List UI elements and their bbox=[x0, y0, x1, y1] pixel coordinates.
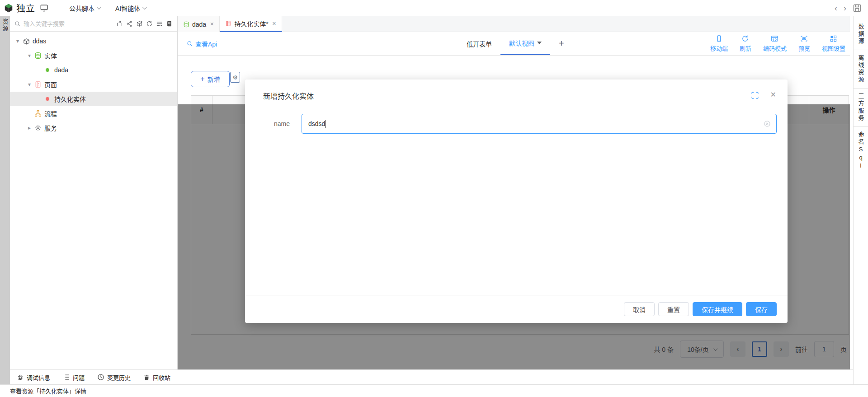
menu-public-scripts[interactable]: 公共脚本 bbox=[69, 4, 100, 13]
plus-icon: + bbox=[200, 75, 204, 83]
view-api-link[interactable]: 查看Api bbox=[187, 32, 217, 55]
save-icon[interactable] bbox=[853, 4, 862, 13]
menu-ai-agent[interactable]: AI智能体 bbox=[115, 4, 146, 13]
top-bar: 独立 公共脚本 AI智能体 ‹ › bbox=[0, 0, 868, 16]
mobile-view-button[interactable]: 移动端 bbox=[710, 35, 728, 52]
chevron-down-icon bbox=[142, 5, 147, 9]
fullscreen-icon[interactable] bbox=[751, 91, 759, 99]
search-input[interactable] bbox=[24, 20, 113, 27]
list-icon bbox=[63, 374, 70, 381]
tree-item-flows[interactable]: 流程 bbox=[10, 106, 177, 121]
caret-down-icon[interactable]: ▾ bbox=[14, 38, 22, 44]
close-icon[interactable]: ✕ bbox=[770, 90, 776, 99]
collapse-list-icon[interactable] bbox=[156, 20, 163, 27]
trash-icon bbox=[143, 374, 150, 381]
low-code-form-label: 低开表单 bbox=[467, 39, 492, 48]
history-forward-icon[interactable]: › bbox=[844, 4, 846, 12]
right-panel: 数据源 离线资源 三方服务 命名Sql bbox=[853, 16, 868, 384]
search-icon bbox=[14, 21, 21, 27]
tab-persistent-entity[interactable]: 持久化实体* ✕ bbox=[220, 16, 282, 32]
add-resource-cube-icon[interactable] bbox=[136, 20, 143, 27]
monitor-icon bbox=[40, 4, 48, 12]
panel-item-offline-resources[interactable]: 离线资源 bbox=[857, 50, 865, 88]
caret-right-icon[interactable]: ▸ bbox=[25, 125, 33, 131]
export-icon[interactable] bbox=[116, 20, 123, 27]
preview-label: 预览 bbox=[798, 44, 810, 52]
tab-default-view[interactable]: 默认视图 bbox=[500, 32, 550, 55]
save-and-continue-button[interactable]: 保存并继续 bbox=[693, 302, 742, 316]
status-bar: 查看资源「持久化实体」详情 bbox=[0, 384, 868, 397]
clear-input-icon[interactable] bbox=[764, 120, 771, 127]
preview-button[interactable]: 预览 bbox=[798, 35, 810, 52]
debug-info-button[interactable]: 调试信息 bbox=[17, 373, 50, 382]
flow-icon bbox=[33, 110, 42, 117]
tree-item-services[interactable]: ▸ 服务 bbox=[10, 121, 177, 135]
green-dot-icon bbox=[46, 68, 49, 72]
bottom-toolbar: 调试信息 问题 变更历史 回收站 bbox=[10, 369, 853, 384]
name-input[interactable]: dsdsd bbox=[302, 114, 777, 134]
panel-item-named-sql[interactable]: 命名Sql bbox=[857, 127, 865, 175]
refresh-icon[interactable] bbox=[146, 20, 153, 27]
mobile-icon bbox=[715, 35, 723, 42]
caret-down-icon[interactable]: ▾ bbox=[25, 81, 33, 88]
view-api-label: 查看Api bbox=[195, 39, 217, 48]
database-icon bbox=[183, 21, 189, 28]
panel-item-third-party-services[interactable]: 三方服务 bbox=[857, 89, 865, 126]
cancel-button[interactable]: 取消 bbox=[624, 302, 655, 316]
tree-item-ddas[interactable]: ▾ ddas bbox=[10, 34, 177, 48]
menu-ai-agent-label: AI智能体 bbox=[115, 4, 140, 13]
tree-item-dada[interactable]: dada bbox=[10, 63, 177, 77]
issues-label: 问题 bbox=[73, 373, 85, 382]
gear-icon bbox=[33, 124, 42, 131]
refresh-button[interactable]: 刷新 bbox=[740, 35, 751, 52]
tree-item-entities[interactable]: ▾ 实体 bbox=[10, 48, 177, 63]
debug-info-label: 调试信息 bbox=[27, 373, 50, 382]
main-actions: 移动端 刷新 编码模式 预览 bbox=[710, 32, 845, 55]
change-history-button[interactable]: 变更历史 bbox=[97, 373, 131, 382]
resource-tree: ▾ ddas ▾ 实体 dada ▾ 页面 持久化实体 bbox=[10, 32, 177, 135]
resource-sidebar: ▾ ddas ▾ 实体 dada ▾ 页面 持久化实体 bbox=[10, 16, 178, 369]
reset-button[interactable]: 重置 bbox=[658, 302, 689, 316]
editor-tab-bar: dada ✕ 持久化实体* ✕ bbox=[178, 16, 850, 32]
plus-icon: + bbox=[559, 38, 564, 49]
tree-label: 实体 bbox=[44, 51, 57, 60]
save-button[interactable]: 保存 bbox=[746, 302, 777, 316]
change-history-label: 变更历史 bbox=[107, 373, 131, 382]
add-settings-button[interactable]: ⚙ bbox=[230, 72, 240, 83]
resources-rail-label[interactable]: 资源 bbox=[1, 19, 9, 32]
refresh-icon bbox=[741, 35, 749, 42]
caret-down-icon[interactable]: ▾ bbox=[25, 52, 33, 59]
tree-item-persistent-entity[interactable]: 持久化实体 bbox=[10, 92, 177, 106]
gear-icon: ⚙ bbox=[232, 75, 238, 80]
tree-label: 流程 bbox=[44, 109, 57, 118]
tab-low-code-form[interactable]: 低开表单 bbox=[458, 32, 500, 55]
page-toolbar: 查看Api 低开表单 默认视图 + 移动端 bbox=[178, 32, 850, 56]
add-record-button[interactable]: + 新增 bbox=[191, 71, 230, 87]
history-back-icon[interactable]: ‹ bbox=[835, 4, 837, 12]
clock-icon bbox=[97, 374, 104, 381]
close-icon[interactable]: ✕ bbox=[272, 21, 276, 27]
panel-item-datasource[interactable]: 数据源 bbox=[857, 19, 865, 50]
logo-text: 独立 bbox=[16, 1, 35, 14]
tree-label: dada bbox=[54, 66, 68, 74]
chevron-down-icon bbox=[97, 5, 101, 9]
share-nodes-icon[interactable] bbox=[126, 20, 133, 27]
view-switch: 低开表单 默认视图 + bbox=[458, 32, 573, 55]
triangle-down-icon bbox=[537, 42, 542, 44]
add-view-button[interactable]: + bbox=[550, 32, 573, 55]
recycle-bin-button[interactable]: 回收站 bbox=[143, 373, 170, 382]
grid-icon bbox=[830, 35, 837, 42]
code-mode-button[interactable]: 编码模式 bbox=[763, 35, 787, 52]
close-icon[interactable]: ✕ bbox=[210, 21, 214, 27]
tree-item-pages[interactable]: ▾ 页面 bbox=[10, 77, 177, 92]
locate-file-icon[interactable] bbox=[166, 20, 173, 27]
tab-dada[interactable]: dada ✕ bbox=[178, 16, 220, 32]
name-input-value: dsdsd bbox=[308, 120, 325, 127]
red-dot-icon bbox=[46, 97, 49, 101]
dialog-title: 新增持久化实体 bbox=[263, 90, 314, 101]
issues-button[interactable]: 问题 bbox=[63, 373, 85, 382]
page-icon bbox=[225, 20, 231, 27]
text-cursor bbox=[326, 120, 326, 128]
view-settings-button[interactable]: 视图设置 bbox=[822, 35, 845, 52]
tab-label: 持久化实体* bbox=[234, 19, 268, 28]
